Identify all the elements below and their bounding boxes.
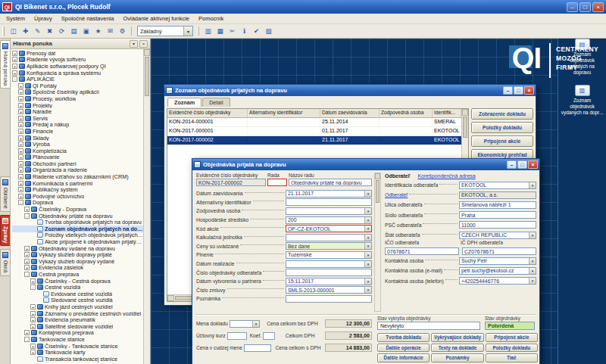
form-field[interactable] <box>286 207 372 215</box>
tree-item[interactable]: + Komunikácia s partnermi <box>12 180 143 187</box>
tree-scrollbar[interactable] <box>143 49 150 364</box>
menu-item[interactable]: Úpravy <box>30 14 57 23</box>
toolbar-icon[interactable]: ▤ <box>68 26 80 37</box>
toolbar-icon[interactable]: ℹ <box>239 26 250 37</box>
tree-item[interactable]: + Číselníky - Cestná doprava <box>12 278 143 285</box>
currency-field[interactable] <box>230 320 260 328</box>
minimize-icon[interactable]: – <box>507 160 517 169</box>
expand-toggle-icon[interactable]: + <box>18 187 23 192</box>
expand-toggle-icon[interactable]: + <box>18 154 23 160</box>
action-button[interactable]: Pripojené akcie <box>471 135 533 147</box>
form-field[interactable]: 200 <box>286 216 372 224</box>
expand-toggle-icon[interactable]: + <box>18 109 23 114</box>
table-row[interactable]: KON-2017-000002 21.11.2017 EKOTOOL <box>167 136 461 145</box>
expand-toggle-icon[interactable]: + <box>30 311 36 316</box>
tree-item[interactable]: + Aplikácie softwarovej podpory QI <box>12 63 143 70</box>
rada-field[interactable] <box>267 179 287 186</box>
form-field[interactable]: Suchý Petr <box>459 257 536 265</box>
side-tab[interactable]: Hlavná ponuka <box>0 40 10 89</box>
expand-toggle-icon[interactable]: + <box>30 317 36 322</box>
maximize-icon[interactable]: □ <box>579 2 591 12</box>
toolbar-icon[interactable]: ⚙ <box>117 26 128 37</box>
expand-toggle-icon[interactable]: + <box>18 83 23 89</box>
menu-item[interactable]: Pomocník <box>194 14 228 23</box>
tree-item[interactable]: + Plánovanie <box>12 154 143 161</box>
tree-item[interactable]: Evidované cestné vozidlá <box>12 291 143 297</box>
tree-item[interactable]: + Riadenie vzťahov so zákazníkmi (CRM) <box>12 173 143 180</box>
tree-item[interactable]: + Konfigurácia a správa systému <box>12 70 143 76</box>
action-button[interactable]: Pripojené akcie <box>486 333 538 342</box>
coefficient-field[interactable] <box>263 332 275 340</box>
table-header-cell[interactable]: Identifik... <box>433 109 461 117</box>
order-number-field[interactable]: KON-2017-000002 <box>196 179 266 186</box>
tree-item[interactable]: + Predaj a nákup <box>12 122 143 129</box>
expand-toggle-icon[interactable]: + <box>18 135 23 141</box>
form-field[interactable]: 11000 <box>459 221 536 229</box>
action-button[interactable]: Tvorba dokladu <box>377 333 430 342</box>
tree-item[interactable]: + Servis <box>12 115 143 122</box>
action-button[interactable]: Vykrývajúce doklady <box>431 333 483 342</box>
expand-toggle-icon[interactable]: + <box>24 252 30 257</box>
close-icon[interactable]: × <box>524 86 534 95</box>
expand-toggle-icon[interactable]: - <box>12 76 17 82</box>
expand-toggle-icon[interactable]: + <box>18 116 23 121</box>
tree-item[interactable]: + Knihy jázd cestných vozidiel <box>12 303 143 310</box>
tree-item[interactable]: Sledované cestné vozidlá <box>12 297 143 304</box>
form-field[interactable]: EKOTOOL <box>459 182 536 189</box>
tree-item[interactable]: Tvorba objednávok prijatých na dopravu <box>12 219 143 226</box>
expand-toggle-icon[interactable]: + <box>30 304 36 310</box>
expand-toggle-icon[interactable]: + <box>12 57 17 62</box>
expand-toggle-icon[interactable]: + <box>24 265 30 270</box>
tree-item[interactable]: + Náradie <box>12 108 143 115</box>
form-field[interactable]: OP-CZ-EKOTOOL <box>286 225 372 232</box>
toolbar-icon[interactable]: ✔ <box>251 26 262 37</box>
tree-item[interactable]: + Kompletizácia <box>12 148 143 154</box>
form-field[interactable]: 15.11.2017 <box>286 278 372 285</box>
form-field[interactable]: Tuzemské <box>286 251 372 259</box>
customer-tab[interactable]: Korešpondenčná adresa <box>417 173 475 179</box>
form-field[interactable]: petr.suchy@ekotool.cz <box>459 267 536 275</box>
expand-toggle-icon[interactable]: + <box>18 174 23 179</box>
tree-item[interactable]: + Publikačný systém <box>12 186 143 193</box>
table-header-cell[interactable]: Evidenčné číslo objednávky <box>167 109 248 117</box>
expand-toggle-icon[interactable]: + <box>18 129 23 134</box>
toolbar-icon[interactable]: ◫ <box>8 26 19 37</box>
tree-item[interactable]: + Prenosy dát <box>12 50 143 57</box>
form-field[interactable]: 21.11.2017 <box>286 190 372 198</box>
tree-item[interactable]: + Spoločné číselníky aplikácií <box>12 89 143 96</box>
panel-menu-icon[interactable]: ▾ <box>130 40 138 48</box>
tree-item[interactable]: - Cestná preprava <box>12 271 143 278</box>
tree-item[interactable]: + Podvojné účtovníctvo <box>12 193 143 200</box>
form-field[interactable]: CZECH REPUBLIC <box>459 232 536 239</box>
tree-item[interactable]: + Objednávky vydané na dopravu <box>12 245 143 252</box>
tree-item[interactable]: Položky všetkých objednávok prijatých na… <box>12 232 143 239</box>
panel-close-icon[interactable]: × <box>139 40 148 48</box>
tree-item[interactable]: + Obchodní partneri <box>12 160 143 167</box>
table-row[interactable]: KON-2014-000001 25.11.2014 SMERAL <box>167 118 461 127</box>
expand-toggle-icon[interactable]: + <box>30 344 36 349</box>
vat-id-field[interactable]: CZ07678671 <box>462 247 536 255</box>
tree-item[interactable]: Akcie pripojené k objednávkam prijatým n… <box>12 238 143 245</box>
expand-toggle-icon[interactable]: + <box>30 350 36 355</box>
table-row[interactable]: KON-2017-000001 01.11.2017 EKOTOOL <box>167 127 461 136</box>
toolbar-icon[interactable]: ▧ <box>263 26 274 37</box>
toolbar-icon[interactable]: ✚ <box>20 26 31 37</box>
tree-item[interactable]: + Číselníky - Tankovacie stanice <box>12 343 143 350</box>
tree-item[interactable]: + Záznamy o prevádzke cestných vozidiel <box>12 310 143 317</box>
expand-toggle-icon[interactable]: - <box>24 272 30 277</box>
expand-toggle-icon[interactable]: + <box>24 246 30 251</box>
side-tab[interactable]: Okná <box>0 249 10 275</box>
menu-item[interactable]: Systém <box>2 14 30 23</box>
action-button[interactable]: Poznámky <box>431 353 483 362</box>
toolbar-icon[interactable]: ▥ <box>202 26 214 37</box>
customer-tab[interactable]: Odberateľ <box>385 173 410 179</box>
tab[interactable]: Detail <box>202 98 230 107</box>
tree-item[interactable]: + Financie <box>12 128 143 135</box>
tree-item[interactable]: + Procesy, workflow <box>12 95 143 102</box>
action-button[interactable]: Tlač <box>486 353 538 362</box>
action-button[interactable]: Texty na doklade <box>431 344 483 353</box>
form-scroll bar[interactable] <box>374 173 381 312</box>
expand-toggle-icon[interactable]: + <box>24 259 30 264</box>
form-field[interactable]: Bez dane <box>286 242 372 250</box>
coverage-status-field[interactable]: Nevykryto <box>377 322 480 330</box>
